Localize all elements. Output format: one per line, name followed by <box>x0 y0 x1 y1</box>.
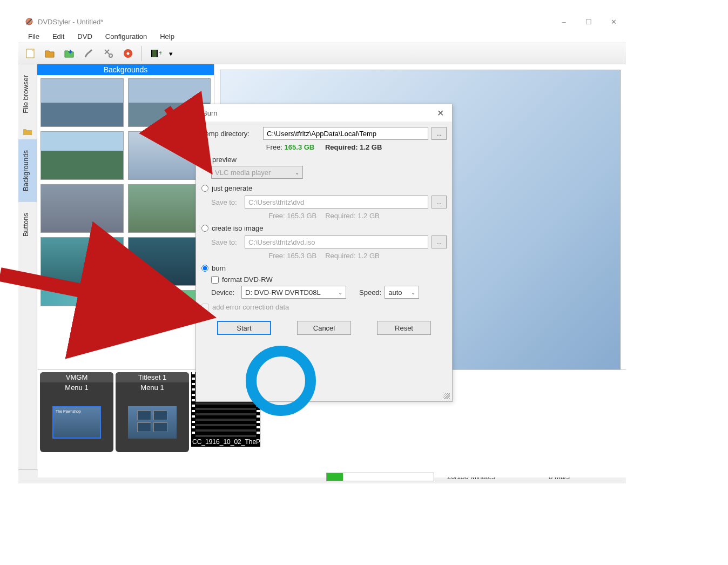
timeline-menu-item[interactable]: Titleset 1 Menu 1 <box>116 372 189 452</box>
temp-free-required: Free: 165.3 GB Required: 1.2 GB <box>201 143 447 151</box>
save-project-icon[interactable] <box>62 45 78 62</box>
tab-buttons[interactable]: Buttons <box>18 202 37 247</box>
annotation-circle-icon <box>246 346 316 416</box>
generate-free-required: Free: 165.3 GBRequired: 1.2 GB <box>201 212 447 220</box>
browse-iso-button[interactable]: ... <box>432 236 447 248</box>
tab-backgrounds[interactable]: Backgrounds <box>18 139 37 202</box>
save-to-generate-input <box>245 196 428 208</box>
side-tabs: File browser Backgrounds Buttons <box>18 64 37 469</box>
menu-thumbnail <box>128 406 177 439</box>
menu-configuration[interactable]: Configuration <box>100 31 152 42</box>
speed-select[interactable]: auto⌄ <box>385 286 419 299</box>
browse-generate-button[interactable]: ... <box>432 196 447 208</box>
dialog-title: Burn <box>203 109 217 117</box>
iso-free-required: Free: 165.3 GBRequired: 1.2 GB <box>201 252 447 260</box>
clip-caption: CC_1916_10_02_ThePawnshop_512kb <box>191 437 260 447</box>
maximize-button[interactable]: ☐ <box>576 14 601 30</box>
browse-temp-button[interactable]: ... <box>432 127 447 140</box>
timeline-item-header: VMGM <box>40 372 113 382</box>
open-project-icon[interactable] <box>42 45 58 62</box>
menubar: File Edit DVD Configuration Help <box>18 30 626 43</box>
burn-dialog: Burn ✕ Temp directory: ... Free: 165.3 G… <box>196 104 453 402</box>
just-generate-label: just generate <box>212 184 252 192</box>
preview-checkbox[interactable] <box>201 156 209 164</box>
speed-label: Speed: <box>359 288 381 297</box>
svg-rect-6 <box>151 50 152 57</box>
save-to-iso-label: Save to: <box>211 238 241 246</box>
timeline-item-subheader: Menu 1 <box>116 382 189 393</box>
background-thumb[interactable] <box>41 131 124 180</box>
menu-edit[interactable]: Edit <box>47 31 70 42</box>
close-button[interactable]: ✕ <box>601 14 626 30</box>
disc-usage-bar <box>326 473 434 481</box>
error-correction-checkbox <box>201 304 209 311</box>
background-thumb[interactable] <box>41 237 124 286</box>
burn-label: burn <box>212 264 226 272</box>
format-dvdrw-label: format DVD-RW <box>222 275 273 284</box>
error-correction-label: add error correction data <box>212 303 289 311</box>
menu-thumbnail: The Pawnshop <box>52 406 101 439</box>
temp-dir-input[interactable] <box>263 127 428 140</box>
toolbar: + ▾ <box>18 43 626 64</box>
tools-icon[interactable] <box>100 45 117 62</box>
add-clip-icon[interactable]: + <box>147 45 164 62</box>
svg-point-2 <box>109 54 112 57</box>
preview-player-select[interactable]: VLC media player⌄ <box>211 166 303 179</box>
temp-dir-label: Temp directory: <box>201 130 260 138</box>
svg-point-4 <box>127 52 130 55</box>
create-iso-radio[interactable] <box>201 225 208 232</box>
background-thumb[interactable] <box>41 184 124 233</box>
timeline-menu-item[interactable]: VMGM Menu 1 The Pawnshop <box>40 372 113 452</box>
timeline-item-header: Titleset 1 <box>116 372 189 382</box>
app-logo-icon <box>25 17 33 26</box>
menu-file[interactable]: File <box>23 31 45 42</box>
titlebar: DVDStyler - Untitled* – ☐ ✕ <box>18 14 626 30</box>
reset-button[interactable]: Reset <box>377 321 431 335</box>
preview-label: preview <box>212 156 237 164</box>
tab-file-browser[interactable]: File browser <box>18 64 37 124</box>
backgrounds-header: Backgrounds <box>37 64 214 75</box>
burn-disc-icon[interactable] <box>120 45 136 62</box>
background-thumb[interactable] <box>41 290 124 306</box>
burn-radio[interactable] <box>201 265 208 272</box>
toolbar-separator <box>141 46 142 61</box>
save-to-label: Save to: <box>211 198 241 206</box>
svg-rect-7 <box>157 50 158 57</box>
background-thumb[interactable] <box>41 78 124 127</box>
dropdown-caret-icon[interactable]: ▾ <box>167 45 174 62</box>
resize-grip-icon[interactable] <box>443 393 450 399</box>
minimize-button[interactable]: – <box>551 14 576 30</box>
menu-dvd[interactable]: DVD <box>72 31 97 42</box>
tab-folder-icon[interactable] <box>18 124 37 139</box>
menu-help[interactable]: Help <box>154 31 180 42</box>
svg-text:+: + <box>159 49 161 57</box>
save-to-iso-input <box>245 236 428 248</box>
new-project-icon[interactable] <box>23 45 39 62</box>
create-iso-label: create iso image <box>212 224 263 232</box>
format-dvdrw-checkbox[interactable] <box>211 276 219 284</box>
brush-icon[interactable] <box>81 45 97 62</box>
just-generate-radio[interactable] <box>201 185 208 192</box>
device-select[interactable]: D: DVD-RW DVRTD08L⌄ <box>241 286 346 299</box>
dialog-close-button[interactable]: ✕ <box>433 108 448 118</box>
cancel-button[interactable]: Cancel <box>297 321 351 335</box>
window-title: DVDStyler - Untitled* <box>38 18 103 26</box>
dialog-titlebar: Burn ✕ <box>196 104 452 122</box>
device-label: Device: <box>211 288 238 297</box>
timeline-item-subheader: Menu 1 <box>40 382 113 393</box>
start-button[interactable]: Start <box>217 321 271 335</box>
